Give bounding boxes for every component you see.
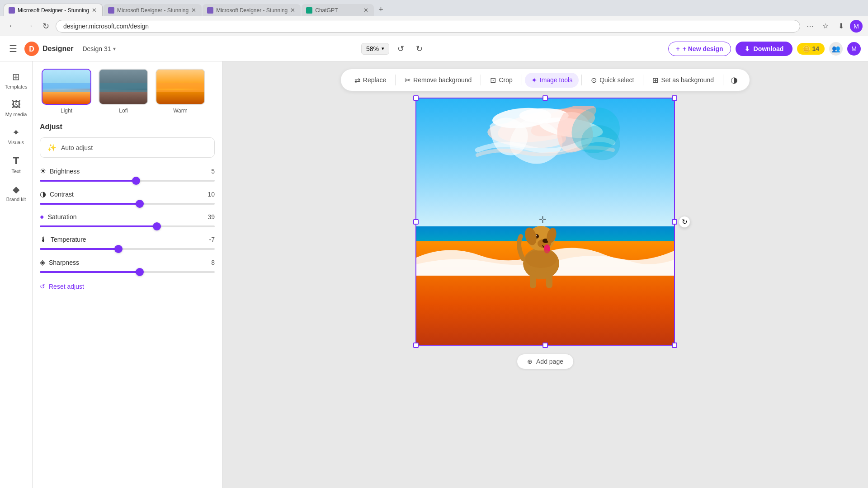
handle-tm[interactable] <box>542 95 548 101</box>
browser-tab-1[interactable]: Microsoft Designer - Stunning ✕ <box>4 4 103 16</box>
toolbar-divider-3 <box>522 75 522 85</box>
download-button[interactable]: ⬇ Download <box>736 42 793 56</box>
designer-logo-icon: D <box>24 42 39 56</box>
quick-select-button[interactable]: ⊙ Quick select <box>585 73 640 88</box>
handle-tr[interactable] <box>672 95 677 101</box>
brightness-track[interactable] <box>40 180 215 182</box>
tab2-close[interactable]: ✕ <box>191 7 196 14</box>
browser-icon-1[interactable]: ⋯ <box>804 20 816 33</box>
new-design-button[interactable]: + + New design <box>668 42 731 56</box>
rotate-handle[interactable]: ↻ <box>679 216 690 228</box>
browser-tabs: Microsoft Designer - Stunning ✕ Microsof… <box>4 0 387 16</box>
handle-bm[interactable] <box>542 343 548 348</box>
coins-badge: 🪙 14 <box>797 43 825 55</box>
sidebar-item-visuals[interactable]: ✦ Visuals <box>2 122 31 150</box>
user-avatar[interactable]: M <box>847 42 861 56</box>
browser-tab-2[interactable]: Microsoft Designer - Stunning ✕ <box>104 4 202 16</box>
svg-rect-19 <box>530 270 536 288</box>
share-icon[interactable]: 👥 <box>829 42 843 56</box>
reset-icon: ↺ <box>40 283 45 290</box>
tab4-label: ChatGPT <box>315 7 361 14</box>
refresh-button[interactable]: ↻ <box>40 19 52 33</box>
contrast-icon: ◑ <box>40 190 46 198</box>
add-page-bar: ⊕ Add page <box>517 354 574 369</box>
handle-mr[interactable] <box>672 219 677 225</box>
filter-light[interactable]: Light <box>42 69 91 114</box>
app-header: ☰ D Designer Design 31 ▾ 58% ▾ ↺ ↻ <box>0 36 868 61</box>
icon-sidebar: ⊞ Templates 🖼 My media ✦ Visuals T Text … <box>0 61 33 488</box>
saturation-icon: ● <box>40 213 44 221</box>
replace-icon: ⇄ <box>354 76 360 84</box>
text-label: Text <box>11 169 20 174</box>
auto-adjust-button[interactable]: ✨ Auto adjust <box>40 137 215 158</box>
filter-warm[interactable]: Warm <box>156 69 205 114</box>
magic-wand-icon: ✨ <box>47 143 57 152</box>
move-cursor: ✛ <box>538 214 548 225</box>
my-media-icon: 🖼 <box>12 99 21 110</box>
forward-button[interactable]: → <box>23 19 36 33</box>
reset-adjust-button[interactable]: ↺ Reset adjust <box>40 281 84 292</box>
handle-tl[interactable] <box>413 95 419 101</box>
filter-light-label: Light <box>61 108 72 114</box>
browser-tab-3[interactable]: Microsoft Designer - Stunning ✕ <box>203 4 301 16</box>
contrast-toggle-button[interactable]: ◑ <box>726 72 742 88</box>
adjust-section: Adjust ✨ Auto adjust ☀ Brightness 5 <box>40 123 215 292</box>
tab1-close[interactable]: ✕ <box>92 7 97 14</box>
svg-rect-20 <box>546 270 552 288</box>
browser-tab-4[interactable]: ChatGPT ✕ <box>302 4 374 16</box>
remove-bg-label: Remove background <box>413 76 472 84</box>
replace-button[interactable]: ⇄ Replace <box>348 73 392 88</box>
sharpness-track[interactable] <box>40 271 215 273</box>
image-tools-icon: ✦ <box>531 76 537 84</box>
handle-ml[interactable] <box>413 219 419 225</box>
sidebar-item-templates[interactable]: ⊞ Templates <box>2 67 31 94</box>
reset-label: Reset adjust <box>49 283 84 290</box>
handle-br[interactable] <box>672 343 677 348</box>
zoom-control[interactable]: 58% ▾ <box>361 43 389 55</box>
tab4-close[interactable]: ✕ <box>363 7 368 14</box>
canvas-image[interactable]: ✛ <box>416 99 674 345</box>
contrast-track[interactable] <box>40 203 215 205</box>
toolbar-divider-6 <box>723 75 723 85</box>
address-input[interactable] <box>56 20 800 33</box>
back-button[interactable]: ← <box>5 19 19 33</box>
brand-kit-label: Brand kit <box>6 197 26 202</box>
contrast-label: ◑ Contrast <box>40 190 74 198</box>
remove-background-button[interactable]: ✂ Remove background <box>398 73 478 88</box>
redo-button[interactable]: ↻ <box>412 42 426 56</box>
temperature-icon: 🌡 <box>40 235 47 244</box>
svg-point-21 <box>525 250 557 268</box>
add-page-label: Add page <box>536 358 563 365</box>
undo-button[interactable]: ↺ <box>394 42 408 56</box>
add-page-button[interactable]: ⊕ Add page <box>517 354 574 369</box>
sidebar-item-my-media[interactable]: 🖼 My media <box>2 95 31 122</box>
design-name[interactable]: Design 31 ▾ <box>79 43 119 54</box>
remove-bg-icon: ✂ <box>405 76 410 84</box>
designer-logo: D Designer <box>24 42 73 56</box>
visuals-icon: ✦ <box>12 127 20 138</box>
browser-icon-3[interactable]: ⬇ <box>835 20 847 33</box>
browser-toolbar-icons: ⋯ ☆ ⬇ M <box>804 20 863 33</box>
my-media-label: My media <box>5 112 27 117</box>
sidebar-item-brand-kit[interactable]: ◆ Brand kit <box>2 179 31 206</box>
handle-bl[interactable] <box>413 343 419 348</box>
new-tab-button[interactable]: + <box>375 5 387 14</box>
zoom-value: 58% <box>366 45 379 52</box>
tab4-favicon <box>306 7 312 14</box>
app-body: ⊞ Templates 🖼 My media ✦ Visuals T Text … <box>0 61 868 488</box>
crop-button[interactable]: ⊡ Crop <box>484 73 519 88</box>
filter-lofi[interactable]: Lofi <box>99 69 148 114</box>
image-tools-button[interactable]: ✦ Image tools <box>525 73 579 88</box>
sidebar-item-text[interactable]: T Text <box>2 150 31 178</box>
browser-icon-2[interactable]: ☆ <box>819 20 832 33</box>
download-icon: ⬇ <box>745 45 750 52</box>
svg-text:D: D <box>29 45 34 53</box>
tab3-close[interactable]: ✕ <box>290 7 295 14</box>
saturation-track[interactable] <box>40 225 215 227</box>
hamburger-menu[interactable]: ☰ <box>7 42 19 56</box>
address-bar: ← → ↻ ⋯ ☆ ⬇ M <box>0 16 868 36</box>
temperature-track[interactable] <box>40 248 215 250</box>
set-as-background-button[interactable]: ⊞ Set as background <box>646 73 720 88</box>
toolbar-divider-2 <box>481 75 481 85</box>
browser-icon-4[interactable]: M <box>850 20 863 33</box>
